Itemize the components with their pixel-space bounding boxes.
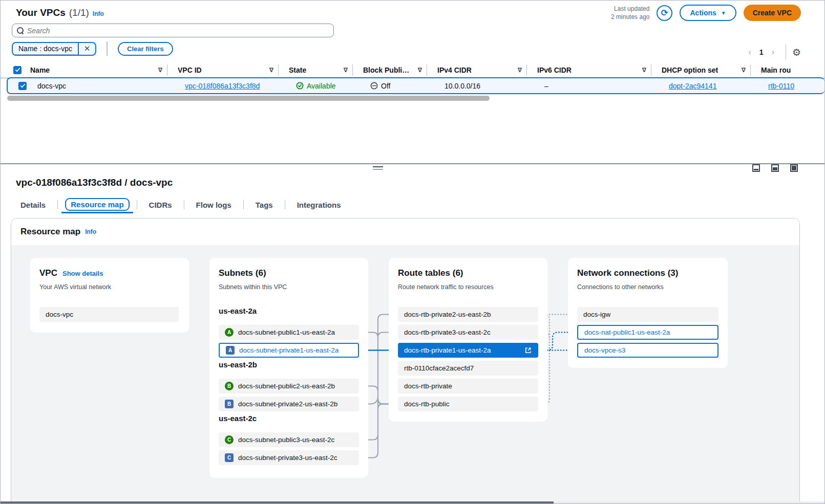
connection-node-igw[interactable]: docs-igw: [577, 307, 718, 322]
az-label: us-east-2a: [219, 306, 257, 315]
subnet-public-badge: B: [225, 382, 234, 390]
search-icon: [17, 27, 24, 34]
cell-block-public: Off: [360, 82, 434, 90]
cell-dhcp-option-set: dopt-2ac94141: [659, 82, 758, 90]
gear-icon[interactable]: ⚙: [792, 47, 801, 58]
create-vpc-button[interactable]: Create VPC: [744, 5, 801, 21]
vpc-card-description: Your AWS virtual network: [39, 283, 111, 291]
subnet-private-badge: B: [225, 400, 234, 408]
table-header: Name ∇ VPC ID ∇ State ∇ Block Public... …: [1, 62, 825, 78]
panel-small-icon[interactable]: [752, 164, 760, 172]
actions-button[interactable]: Actions ▼: [680, 5, 736, 21]
info-link[interactable]: Info: [85, 228, 96, 235]
vpc-id-link[interactable]: vpc-018f086a13f3c3f8d: [185, 82, 260, 90]
row-checkbox[interactable]: [18, 82, 27, 90]
tab-cidrs[interactable]: CIDRs: [144, 199, 177, 211]
page-number[interactable]: 1: [756, 48, 767, 56]
subnet-public-badge: C: [225, 435, 234, 444]
tab-resource-map[interactable]: Resource map: [65, 200, 129, 209]
column-header-vpc-id[interactable]: VPC ID ∇: [167, 62, 279, 78]
next-page-button[interactable]: ›: [767, 48, 779, 57]
show-details-link[interactable]: Show details: [62, 270, 103, 277]
route-tables-card-description: Route network traffic to resources: [398, 283, 494, 291]
vpc-card-title: VPC: [39, 268, 57, 278]
route-table-node[interactable]: docs-rtb-private: [398, 379, 538, 393]
column-header-main-route[interactable]: Main rou: [751, 62, 817, 78]
last-updated-text: Last updated 2 minutes ago: [611, 5, 649, 21]
page-title-text: Your VPCs: [16, 7, 66, 18]
bottom-scrollbar[interactable]: [1, 501, 825, 503]
tab-flow-logs[interactable]: Flow logs: [192, 199, 236, 211]
subnet-node-private1-selected[interactable]: A docs-subnet-private1-us-east-2a: [219, 343, 359, 358]
refresh-button[interactable]: ⟳: [657, 5, 672, 21]
search-input[interactable]: [27, 27, 329, 35]
check-icon: [20, 83, 26, 89]
page-title: Your VPCs (1/1) Info: [16, 7, 104, 18]
status-available-icon: [296, 82, 304, 90]
column-header-state[interactable]: State ∇: [279, 62, 353, 78]
filter-token[interactable]: Name : docs-vpc ✕: [12, 42, 96, 56]
prev-page-button[interactable]: ‹: [744, 48, 756, 57]
panel-full-icon[interactable]: [790, 164, 798, 172]
subnet-node-public1[interactable]: A docs-subnet-public1-us-east-2a: [219, 325, 359, 340]
vpc-node[interactable]: docs-vpc: [39, 307, 179, 322]
az-label: us-east-2b: [219, 360, 257, 369]
divider: [137, 200, 137, 209]
split-drag-handle[interactable]: [373, 166, 383, 171]
divider: [243, 200, 244, 209]
route-table-node-selected[interactable]: docs-rtb-private1-us-east-2a: [398, 343, 538, 358]
filter-funnel-icon[interactable]: ∇: [642, 67, 646, 74]
clear-filters-button[interactable]: Clear filters: [118, 42, 173, 56]
route-table-node[interactable]: docs-rtb-private2-us-east-2b: [398, 307, 538, 322]
subnet-public-badge: A: [225, 328, 234, 337]
filter-funnel-icon[interactable]: ∇: [344, 67, 348, 74]
search-box: [12, 24, 334, 37]
filter-funnel-icon[interactable]: ∇: [158, 67, 162, 74]
column-header-ipv4-cidr[interactable]: IPv4 CIDR ∇: [427, 62, 527, 78]
split-divider: [1, 163, 825, 164]
subnets-card-description: Subnets within this VPC: [219, 283, 287, 291]
external-link-icon[interactable]: [524, 346, 532, 354]
cell-state: Available: [286, 82, 360, 90]
panel-half-icon[interactable]: [771, 164, 779, 172]
connection-node-nat[interactable]: docs-nat-public1-us-east-2a: [577, 325, 718, 340]
route-table-node[interactable]: rtb-0110cface2acecfd7: [398, 361, 538, 376]
horizontal-scrollbar[interactable]: [7, 96, 490, 101]
filter-funnel-icon[interactable]: ∇: [518, 67, 522, 74]
resource-map-header: Resource map Info: [11, 218, 799, 245]
route-table-node[interactable]: docs-rtb-private3-us-east-2c: [398, 325, 538, 340]
filter-funnel-icon[interactable]: ∇: [269, 67, 273, 74]
tab-integrations[interactable]: Integrations: [292, 199, 346, 211]
route-table-node[interactable]: docs-rtb-public: [398, 397, 538, 411]
filter-funnel-icon[interactable]: ∇: [418, 67, 422, 74]
main-route-link[interactable]: rtb-0110: [768, 82, 794, 90]
tab-details[interactable]: Details: [16, 199, 50, 211]
subnet-node-public3[interactable]: C docs-subnet-public3-us-east-2c: [219, 432, 359, 447]
filter-row: Name : docs-vpc ✕ Clear filters: [12, 41, 173, 56]
cell-ipv4-cidr: 10.0.0.0/16: [434, 82, 534, 90]
remove-filter-button[interactable]: ✕: [78, 43, 95, 55]
filter-funnel-icon[interactable]: ∇: [742, 67, 746, 74]
subnet-node-private3[interactable]: C docs-subnet-private3-us-east-2c: [219, 450, 359, 465]
refresh-icon: ⟳: [661, 8, 668, 18]
column-header-name[interactable]: Name ∇: [20, 62, 167, 78]
tab-tags[interactable]: Tags: [251, 199, 278, 211]
network-connections-card-description: Connections to other networks: [577, 283, 664, 291]
connection-node-vpce[interactable]: docs-vpce-s3: [577, 343, 718, 358]
row-select-cell: [8, 82, 27, 90]
cell-ipv6-cidr: –: [534, 82, 659, 90]
table-row[interactable]: docs-vpc vpc-018f086a13f3c3f8d Available…: [7, 77, 824, 94]
tab-underline: [61, 212, 133, 213]
info-link[interactable]: Info: [93, 10, 104, 17]
network-connections-card: Network connections (3) Connections to o…: [568, 258, 728, 368]
column-header-block-public[interactable]: Block Public... ∇: [353, 62, 427, 78]
subnet-private-badge: C: [225, 453, 234, 462]
subnet-node-private2[interactable]: B docs-subnet-private2-us-east-2b: [219, 397, 359, 411]
header-actions: Last updated 2 minutes ago ⟳ Actions ▼ C…: [611, 5, 801, 21]
column-header-ipv6-cidr[interactable]: IPv6 CIDR ∇: [527, 62, 651, 78]
dhcp-option-set-link[interactable]: dopt-2ac94141: [669, 82, 716, 90]
subnet-node-public2[interactable]: B docs-subnet-public2-us-east-2b: [219, 379, 359, 393]
filter-token-label: Name : docs-vpc: [13, 43, 77, 55]
subnets-card-title: Subnets (6): [219, 268, 266, 278]
column-header-dhcp-option-set[interactable]: DHCP option set ∇: [651, 62, 751, 78]
